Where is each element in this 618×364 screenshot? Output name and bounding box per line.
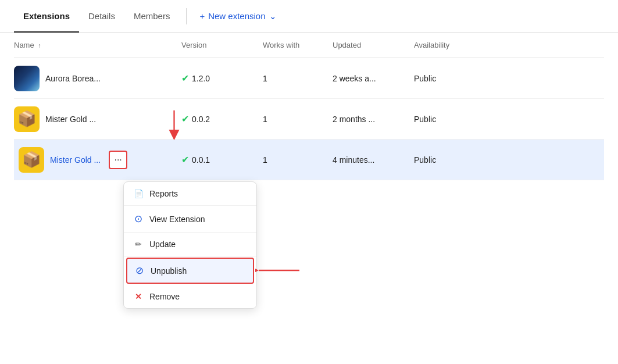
availability-cell: Public	[409, 110, 479, 129]
menu-item-reports[interactable]: 📄 Reports	[124, 182, 256, 206]
extension-icon	[14, 66, 40, 91]
name-cell: 📦 Mister Gold ... ···	[14, 142, 177, 177]
nav-divider	[186, 8, 187, 24]
doc-icon: 📄	[133, 189, 144, 198]
col-version: Version	[177, 38, 258, 52]
check-icon: ✔	[181, 154, 189, 165]
availability-cell: Public	[409, 69, 479, 88]
annotation-arrow-right	[255, 263, 302, 277]
works-with-cell: 1	[258, 110, 328, 129]
tab-members[interactable]: Members	[124, 0, 180, 33]
menu-item-label: View Extension	[149, 215, 205, 224]
three-dots-button[interactable]: ···	[109, 151, 127, 169]
tab-details[interactable]: Details	[79, 0, 124, 33]
table-row: Aurora Borea... ✔ 1.2.0 1 2 weeks a... P…	[14, 58, 604, 99]
version-cell: ✔ 0.0.1	[177, 149, 258, 170]
col-name: Name ↑	[14, 38, 177, 52]
updated-cell: 2 months ...	[328, 110, 409, 129]
x-icon: ✕	[133, 292, 144, 301]
menu-item-label: Remove	[149, 292, 180, 301]
block-icon: ⊘	[134, 265, 145, 277]
extension-name: Aurora Borea...	[45, 74, 101, 83]
new-extension-button[interactable]: + New extension ⌄	[194, 8, 282, 25]
version-cell: ✔ 1.2.0	[177, 68, 258, 88]
extension-name-link[interactable]: Mister Gold ...	[50, 155, 101, 165]
works-with-cell: 1	[258, 69, 328, 88]
updated-cell: 2 weeks a...	[328, 69, 409, 88]
menu-item-label: Reports	[149, 189, 178, 198]
col-works-with: Works with	[258, 38, 328, 52]
availability-cell: Public	[409, 151, 479, 169]
table-header: Name ↑ Version Works with Updated Availa…	[14, 33, 604, 58]
name-cell: Aurora Borea...	[14, 61, 177, 96]
col-availability: Availability	[409, 38, 479, 52]
menu-item-view-extension[interactable]: ⊙ View Extension	[124, 206, 256, 233]
context-menu: 📄 Reports ⊙ View Extension ✏ Update ⊘ Un…	[123, 181, 257, 309]
menu-item-unpublish[interactable]: ⊘ Unpublish	[126, 258, 254, 284]
works-with-cell: 1	[258, 151, 328, 169]
pencil-icon: ✏	[133, 240, 144, 249]
chevron-down-icon: ⌄	[269, 11, 277, 22]
version-value: 1.2.0	[192, 74, 210, 83]
name-cell: 📦 Mister Gold ...	[14, 102, 177, 137]
menu-item-label: Update	[149, 240, 176, 249]
check-icon: ✔	[181, 113, 189, 124]
version-value: 0.0.2	[192, 115, 210, 124]
new-extension-label: New extension	[208, 11, 265, 21]
menu-item-remove[interactable]: ✕ Remove	[124, 285, 256, 308]
col-updated: Updated	[328, 38, 409, 52]
version-value: 0.0.1	[192, 155, 210, 165]
menu-item-label: Unpublish	[151, 266, 187, 276]
extension-icon: 📦	[14, 106, 40, 132]
sort-icon: ↑	[38, 42, 41, 49]
version-cell: ✔ 0.0.2	[177, 109, 258, 129]
menu-item-update[interactable]: ✏ Update	[124, 233, 256, 256]
extension-icon: 📦	[19, 147, 44, 173]
tab-extensions[interactable]: Extensions	[14, 0, 79, 33]
extensions-table: Name ↑ Version Works with Updated Availa…	[0, 33, 618, 180]
table-row: 📦 Mister Gold ... ··· ✔ 0.0.1 1 4 minute…	[14, 140, 604, 180]
extension-name: Mister Gold ...	[45, 115, 96, 124]
updated-cell: 4 minutes...	[328, 151, 409, 169]
check-icon: ✔	[181, 73, 189, 84]
arrow-circle-icon: ⊙	[133, 213, 144, 225]
plus-icon: +	[199, 11, 205, 21]
top-navigation: Extensions Details Members + New extensi…	[0, 0, 618, 33]
table-row: 📦 Mister Gold ... ✔ 0.0.2 1 2 months ...…	[14, 99, 604, 140]
